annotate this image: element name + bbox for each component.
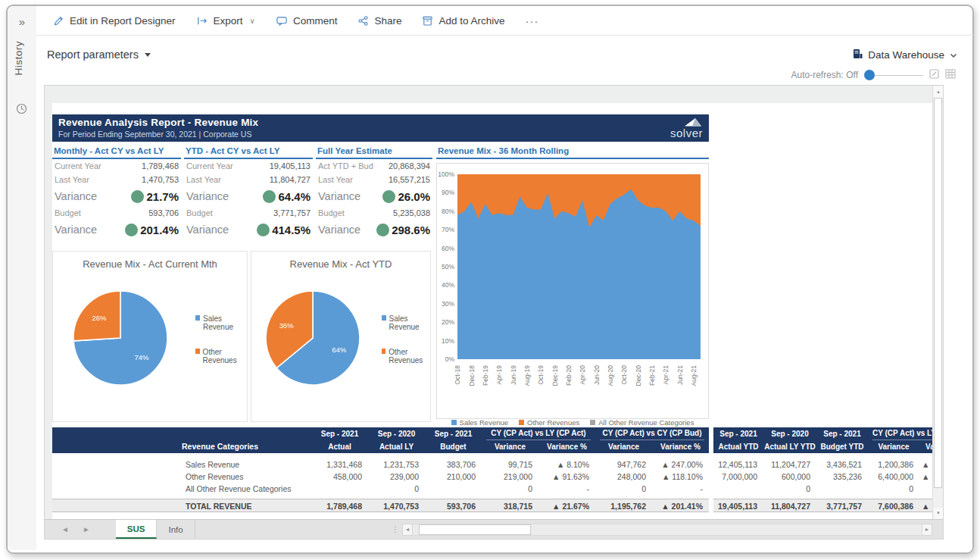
legend-swatch bbox=[382, 349, 385, 354]
y-axis-tick-label: 10% bbox=[442, 337, 454, 345]
table-cell: 593,706 bbox=[425, 499, 482, 512]
kpi-row-budget: Budget593,706 bbox=[52, 206, 181, 220]
x-axis-tick-label: Aug-19 bbox=[523, 365, 531, 386]
table-cell: 0 bbox=[595, 483, 652, 495]
x-axis-tick-label: Jun-21 bbox=[676, 365, 684, 385]
sidebar-expand-chevrons[interactable]: » bbox=[8, 15, 36, 28]
sheet-tabs: SUSInfo bbox=[116, 520, 195, 539]
vertical-scrollbar[interactable]: ▲ ▼ bbox=[932, 86, 943, 520]
kpi-row-last-year: Last Year11,804,727 bbox=[184, 173, 313, 186]
vertical-scroll-thumb[interactable] bbox=[934, 98, 942, 488]
kpi-label: Last Year bbox=[318, 175, 353, 184]
legend-swatch bbox=[195, 315, 200, 321]
slider-knob[interactable] bbox=[864, 70, 875, 80]
kpi-label: Current Year bbox=[55, 161, 101, 171]
scrollbar-splitter-handle[interactable]: ⋮ bbox=[392, 520, 399, 539]
x-axis-tick-label: Feb-20 bbox=[565, 365, 573, 386]
series-sales-revenue-area bbox=[457, 189, 701, 360]
kpi-value: 16,557,215 bbox=[389, 175, 430, 184]
table-row: 12,405,11311,204,7273,436,5211,200,386▲ bbox=[713, 458, 935, 471]
toolbar-overflow-button[interactable]: ··· bbox=[526, 14, 539, 27]
table-header-cell: CY (CP Act) vs CY (CP Bud) bbox=[600, 427, 704, 440]
table-cell: 0 bbox=[368, 483, 425, 495]
table-header-cell: Variance % bbox=[538, 440, 595, 453]
table-row: All Other Revenue Categories00-0- bbox=[52, 483, 709, 495]
table-cell: 219,000 bbox=[482, 471, 538, 483]
auto-refresh-slider[interactable] bbox=[864, 70, 923, 80]
table-cell: 6,400,000 bbox=[868, 471, 919, 483]
table-cell: 248,000 bbox=[595, 471, 652, 483]
kpi-panel-2: Full Year EstimateAct YTD + Bud20,868,39… bbox=[316, 145, 432, 246]
y-axis-tick-label: 50% bbox=[442, 263, 454, 271]
kpi-row-variance: Variance201.4% bbox=[52, 220, 181, 239]
table-header-cell: Budget YTD bbox=[816, 440, 868, 453]
sidebar-history-label[interactable]: History bbox=[13, 41, 24, 76]
kpi-label: Act YTD + Bud bbox=[318, 161, 373, 171]
chevron-down-icon: ∨ bbox=[250, 17, 255, 25]
edit-panel-icon[interactable] bbox=[929, 68, 939, 82]
sheet-tab-sus[interactable]: SUS bbox=[116, 520, 158, 539]
x-axis-tick-label: Apr-21 bbox=[662, 365, 669, 385]
add-to-archive-button[interactable]: Add to Archive bbox=[422, 15, 504, 27]
table-cell: 11,204,727 bbox=[763, 458, 816, 471]
horizontal-scroll-track[interactable] bbox=[413, 524, 922, 536]
kpi-value: 593,706 bbox=[148, 208, 179, 217]
green-circle-indicator bbox=[257, 224, 270, 236]
kpi-value: 11,804,727 bbox=[270, 175, 311, 184]
table-cell: 210,000 bbox=[425, 471, 482, 483]
share-button[interactable]: Share bbox=[357, 15, 401, 27]
report-page: Revenue Analysis Report - Revenue Mix Fo… bbox=[52, 103, 935, 519]
toolbar: Edit in Report Designer Export ∨ Comment… bbox=[53, 11, 539, 30]
scroll-down-button[interactable]: ▼ bbox=[934, 508, 943, 519]
comment-button[interactable]: Comment bbox=[276, 15, 338, 27]
scroll-right-button[interactable]: ► bbox=[922, 524, 932, 536]
kpi-row-variance: Variance21.7% bbox=[52, 186, 181, 206]
table-header-cell: Actual YTD bbox=[713, 440, 763, 453]
scroll-left-button[interactable]: ◄ bbox=[402, 524, 413, 536]
y-axis-tick-label: 20% bbox=[442, 318, 454, 326]
kpi-label: Budget bbox=[186, 208, 213, 217]
legend-item: Other Revenues bbox=[382, 348, 430, 364]
pie-chart: 64%36% bbox=[262, 285, 368, 394]
legend-item: Other Revenues bbox=[195, 348, 247, 364]
sheet-prev-arrow[interactable]: ◄ bbox=[61, 525, 69, 533]
scroll-up-button[interactable]: ▲ bbox=[934, 86, 943, 98]
history-clock-icon[interactable] bbox=[16, 103, 27, 117]
kpi-label: Variance bbox=[55, 190, 97, 202]
report-parameters-dropdown[interactable]: Report parameters bbox=[47, 48, 151, 61]
edit-in-report-designer-button[interactable]: Edit in Report Designer bbox=[53, 15, 176, 27]
y-axis-tick-label: 60% bbox=[442, 245, 454, 252]
legend-swatch bbox=[590, 420, 595, 425]
export-button[interactable]: Export ∨ bbox=[196, 15, 255, 27]
sheet-tab-info[interactable]: Info bbox=[157, 520, 195, 539]
revenue-table-group-ytd: Sep - 2021Sep - 2020Sep - 2021CY (CP Act… bbox=[713, 427, 935, 512]
kpi-value: 20,868,394 bbox=[389, 161, 430, 171]
y-axis-tick-label: 0% bbox=[445, 355, 455, 363]
table-row: 00 bbox=[713, 483, 935, 495]
table-header-cell: Actual bbox=[311, 440, 368, 453]
table-total-row: 19,405,11311,804,7273,771,7577,600,386▲ bbox=[713, 499, 935, 512]
table-header-cell: Variance bbox=[868, 440, 919, 453]
table-header-cell: Variance bbox=[595, 440, 652, 453]
kpi-row-variance: Variance64.4% bbox=[184, 186, 313, 206]
y-axis-tick-label: 90% bbox=[442, 189, 454, 196]
data-source-label: Data Warehouse bbox=[868, 49, 944, 61]
sheet-next-arrow[interactable]: ► bbox=[83, 525, 90, 533]
row-label: All Other Revenue Categories bbox=[52, 483, 311, 495]
grid-view-icon[interactable] bbox=[945, 68, 956, 82]
horizontal-scrollbar[interactable]: ◄ ► bbox=[402, 520, 932, 539]
kpi-label: Variance bbox=[318, 190, 360, 202]
data-source-dropdown[interactable]: Data Warehouse bbox=[853, 48, 957, 61]
table-cell bbox=[311, 483, 368, 495]
kpi-panel-title: YTD - Act CY vs Act LY bbox=[184, 145, 313, 159]
kpi-label: Variance bbox=[186, 224, 229, 236]
total-label: TOTAL REVENUE bbox=[52, 499, 311, 512]
kpi-row-budget: Budget3,771,757 bbox=[184, 206, 313, 220]
horizontal-scroll-thumb[interactable] bbox=[419, 524, 531, 535]
pie-panel-ytd: Revenue Mix - Act YTD 64%36% Sales Reven… bbox=[251, 251, 431, 422]
table-cell: 3,436,521 bbox=[816, 458, 868, 471]
table-total-row: TOTAL REVENUE1,789,4681,470,753593,70631… bbox=[52, 499, 709, 512]
kpi-value: 64.4% bbox=[278, 190, 311, 203]
legend-label: Other Revenues bbox=[527, 418, 579, 427]
kpi-panel-1: YTD - Act CY vs Act LYCurrent Year19,405… bbox=[184, 145, 313, 246]
